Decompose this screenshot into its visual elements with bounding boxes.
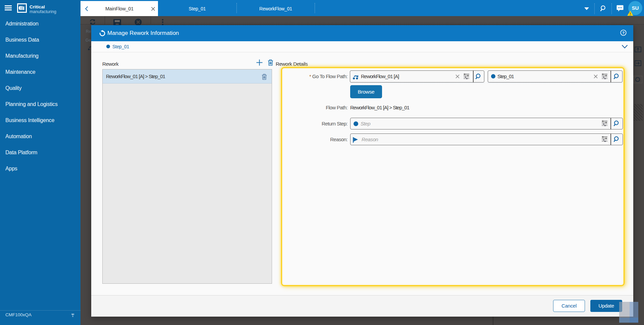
svg-text:?: ?: [622, 31, 625, 35]
